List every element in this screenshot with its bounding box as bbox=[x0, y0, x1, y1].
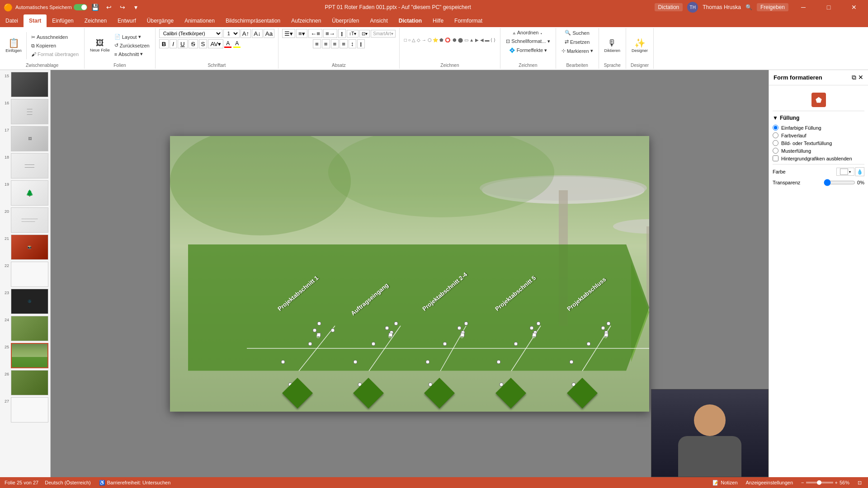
line-spacing-btn[interactable]: ↕ bbox=[349, 39, 356, 48]
font-size-select[interactable]: 18 bbox=[223, 29, 240, 38]
underline-btn[interactable]: U bbox=[178, 39, 188, 48]
bold-btn[interactable]: B bbox=[159, 39, 169, 48]
tab-ueberpruefen[interactable]: Überprüfen bbox=[326, 14, 364, 27]
autosave-switch[interactable] bbox=[74, 4, 87, 10]
italic-btn[interactable]: I bbox=[170, 39, 177, 48]
panel-size-btn[interactable]: ⧉ bbox=[852, 74, 856, 81]
slide-thumb-22[interactable]: 22 bbox=[2, 262, 48, 287]
radio-bild[interactable] bbox=[773, 140, 778, 146]
undo-btn[interactable]: ↩ bbox=[104, 2, 114, 13]
zuruecksetzen-btn[interactable]: ↺ Zurücksetzen bbox=[113, 42, 151, 49]
clear-format-btn[interactable]: Aa bbox=[264, 29, 274, 38]
increase-font-btn[interactable]: A↑ bbox=[241, 29, 251, 38]
format-uebertragen-btn[interactable]: 🖌 Format übertragen bbox=[29, 51, 80, 58]
tab-zeichnen[interactable]: Zeichnen bbox=[79, 14, 112, 27]
tab-entwurf[interactable]: Entwurf bbox=[112, 14, 142, 27]
layout-btn[interactable]: 📄 Layout ▾ bbox=[113, 33, 151, 41]
indent-less-btn[interactable]: ←≡ bbox=[308, 29, 322, 38]
neue-folie-btn[interactable]: 🖼 Neue Folie bbox=[88, 38, 112, 53]
zoom-in-icon[interactable]: + bbox=[835, 480, 838, 485]
designer-btn[interactable]: ✨ Designer bbox=[630, 38, 650, 54]
save-btn[interactable]: 💾 bbox=[90, 2, 101, 13]
color-dropdown-icon[interactable]: ▾ bbox=[849, 170, 851, 174]
rotate-handle-5[interactable]: ↻ bbox=[604, 334, 608, 340]
language-btn[interactable]: Deutsch (Österreich) bbox=[43, 479, 92, 486]
option-bild[interactable]: Bild- oder Texturfüllung bbox=[773, 140, 864, 146]
slide-thumb-20[interactable]: 20 ——————————— bbox=[2, 207, 48, 233]
slide-thumb-17[interactable]: 17 🖼 bbox=[2, 126, 48, 151]
color-picker-btn[interactable]: ▾ bbox=[836, 168, 854, 176]
accessibility-btn[interactable]: ♿ Barrierefreiheit: Untersuchen bbox=[97, 479, 173, 486]
autosave-toggle[interactable]: Automatisches Speichern bbox=[15, 4, 87, 10]
zoom-slider[interactable] bbox=[806, 482, 833, 483]
eyedropper-btn[interactable]: 💧 bbox=[855, 167, 864, 176]
rotate-handle-4[interactable]: ↻ bbox=[532, 334, 536, 340]
tab-formformat[interactable]: Formformat bbox=[449, 14, 488, 27]
redo-btn[interactable]: ↪ bbox=[117, 2, 128, 13]
einfuegen-btn[interactable]: 📋 Einfügen bbox=[4, 38, 24, 54]
option-muster[interactable]: Musterfüllung bbox=[773, 148, 864, 154]
diktieren-btn[interactable]: 🎙 Diktieren bbox=[603, 38, 623, 54]
shadow-btn[interactable]: S bbox=[199, 39, 208, 48]
tab-bildschirm[interactable]: Bildschirmpräsentation bbox=[220, 14, 286, 27]
radio-farbverlauf[interactable] bbox=[773, 132, 778, 138]
textrichtung-btn[interactable]: ↕T▾ bbox=[347, 30, 359, 38]
char-spacing-btn[interactable]: AV▾ bbox=[208, 39, 223, 48]
dictation-btn[interactable]: Dictation bbox=[655, 3, 683, 11]
slide-thumb-23[interactable]: 23 🌑 bbox=[2, 289, 48, 314]
minimize-btn[interactable]: ─ bbox=[793, 0, 814, 14]
option-einfarbig[interactable]: Einfarbige Füllung bbox=[773, 125, 864, 131]
align-right-btn[interactable]: ≡ bbox=[331, 39, 339, 48]
bullet-list-btn[interactable]: ☰▾ bbox=[282, 29, 295, 38]
transparenz-slider[interactable] bbox=[824, 179, 855, 186]
slide-thumb-16[interactable]: 16 —————— bbox=[2, 99, 48, 124]
decrease-font-btn[interactable]: A↓ bbox=[252, 29, 263, 38]
zoom-out-icon[interactable]: − bbox=[801, 480, 804, 485]
align-center-btn[interactable]: ≡ bbox=[322, 39, 330, 48]
tab-einfuegen[interactable]: Einfügen bbox=[47, 14, 79, 27]
radio-einfarbig[interactable] bbox=[773, 125, 778, 131]
schnell-btn[interactable]: ⊡ Schnellformat... ▾ bbox=[504, 38, 552, 45]
abschnitt-btn[interactable]: ≡ Abschnitt ▾ bbox=[113, 50, 151, 58]
slide-thumb-26[interactable]: 26 bbox=[2, 370, 48, 395]
search-btn[interactable]: 🔍 bbox=[745, 4, 752, 10]
ausrichten-btn[interactable]: ⊡▾ bbox=[359, 30, 370, 38]
rotate-handle-1[interactable]: ↻ bbox=[316, 334, 320, 340]
slide-thumb-27[interactable]: 27 bbox=[2, 397, 48, 422]
tab-dictation[interactable]: Dictation bbox=[393, 14, 427, 27]
option-farbverlauf[interactable]: Farbverlauf bbox=[773, 132, 864, 138]
formeffekte-btn[interactable]: 💠 Formeffekte ▾ bbox=[507, 47, 549, 54]
restore-btn[interactable]: □ bbox=[818, 0, 839, 14]
font-name-select[interactable]: Calibri (Textkörper) bbox=[159, 29, 222, 38]
option-hintergrund[interactable]: Hintergrundgrafiken ausblenden bbox=[773, 155, 864, 161]
slide-thumb-15[interactable]: 15 bbox=[2, 72, 48, 97]
more-qat-btn[interactable]: ▾ bbox=[131, 2, 142, 13]
slide-thumb-24[interactable]: 24 bbox=[2, 316, 48, 341]
checkbox-hintergrund[interactable] bbox=[773, 155, 778, 161]
slide-thumb-25[interactable]: 25 bbox=[2, 343, 48, 368]
tab-animationen[interactable]: Animationen bbox=[179, 14, 220, 27]
share-btn[interactable]: Freigeben bbox=[757, 3, 788, 11]
radio-muster[interactable] bbox=[773, 148, 778, 154]
font-color-btn[interactable]: A bbox=[224, 40, 231, 48]
col2-btn[interactable]: ⫿ bbox=[357, 39, 365, 48]
ausschneiden-btn[interactable]: ✂ Ausschneiden bbox=[29, 33, 80, 41]
suchen-btn[interactable]: 🔍 Suchen bbox=[563, 29, 591, 37]
ersetzen-btn[interactable]: ⇄ Ersetzen bbox=[563, 38, 591, 46]
rotate-handle-3[interactable]: ↻ bbox=[460, 334, 464, 340]
slide-thumb-19[interactable]: 19 🌲 bbox=[2, 180, 48, 206]
close-btn[interactable]: ✕ bbox=[844, 0, 864, 14]
align-justify-btn[interactable]: ≡ bbox=[340, 39, 348, 48]
canvas-area[interactable]: Projektabschnitt 1 Auftragseingang Proje… bbox=[51, 70, 769, 477]
slide-thumb-21[interactable]: 21 📸 bbox=[2, 235, 48, 260]
panel-close-btn[interactable]: ✕ bbox=[858, 74, 863, 81]
tab-start[interactable]: Start bbox=[24, 14, 47, 27]
rotate-handle-2[interactable]: ↻ bbox=[388, 334, 392, 340]
slide-canvas[interactable]: Projektabschnitt 1 Auftragseingang Proje… bbox=[170, 136, 649, 412]
kopieren-btn[interactable]: ⧉ Kopieren bbox=[29, 42, 80, 50]
align-left-btn[interactable]: ≡ bbox=[313, 39, 321, 48]
fit-btn[interactable]: ⊡ bbox=[856, 479, 863, 486]
indent-more-btn[interactable]: ≡→ bbox=[323, 29, 337, 38]
anordnen-btn[interactable]: ⟁ Anordnen ▾ bbox=[511, 29, 545, 36]
zoom-controls[interactable]: − + 56% bbox=[799, 479, 851, 486]
